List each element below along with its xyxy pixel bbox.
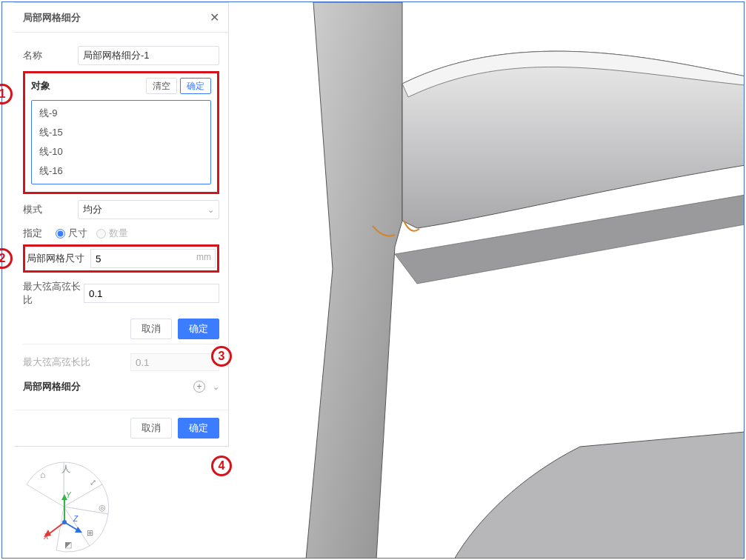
annotation-4: 4 (211, 456, 232, 476)
name-label: 名称 (23, 49, 78, 62)
chevron-down-icon[interactable]: ⌄ (213, 382, 219, 392)
clear-button[interactable]: 清空 (146, 78, 177, 94)
chevron-down-icon: ⌄ (207, 205, 214, 215)
name-row: 名称 (23, 46, 219, 65)
axis-z-label: Z (73, 515, 78, 523)
specify-row: 指定 尺寸 数量 (23, 227, 219, 240)
svg-point-13 (62, 520, 67, 524)
chord-row: 最大弦高弦长比 (23, 280, 219, 307)
sub-section-title: 局部网格细分 (23, 380, 81, 393)
axis-triad: Y X Z (44, 493, 96, 547)
chord-input[interactable] (84, 284, 219, 303)
object-list[interactable]: 线-9 线-15 线-10 线-16 (31, 100, 211, 184)
object-header: 对象 清空 确定 (31, 78, 211, 94)
axis-x-label: X (44, 533, 49, 541)
ok-button[interactable]: 确定 (178, 319, 219, 339)
mode-select[interactable]: 均分 ⌄ (78, 200, 219, 219)
outer-cancel-button[interactable]: 取消 (130, 418, 172, 439)
object-title: 对象 (31, 79, 50, 93)
sub-panel: 最大弦高弦长比 局部网格细分 + ⌄ (23, 344, 219, 398)
radio-count-label: 数量 (109, 227, 128, 240)
radio-count-input (96, 229, 106, 239)
cancel-button[interactable]: 取消 (130, 319, 172, 339)
annotation-3: 3 (211, 346, 232, 367)
local-size-highlight: 局部网格尺寸 mm (23, 244, 219, 273)
list-item[interactable]: 线-9 (32, 104, 210, 123)
outer-ok-button[interactable]: 确定 (178, 418, 219, 439)
app-window: 局部网格细分 ✕ 名称 对象 清空 确定 线-9 (1, 1, 745, 559)
dialog-buttons: 取消 确定 (23, 319, 219, 339)
ghost-chord-row: 最大弦高弦长比 (23, 349, 219, 376)
sub-section-row: 局部网格细分 + ⌄ (23, 376, 219, 398)
local-mesh-refine-panel: 局部网格细分 ✕ 名称 对象 清空 确定 线-9 (14, 2, 229, 447)
ghost-chord-label: 最大弦高弦长比 (23, 356, 90, 369)
radio-size-input[interactable] (56, 229, 65, 239)
bottom-buttons: 取消 确定 (14, 410, 228, 446)
svg-text:人: 人 (61, 464, 70, 474)
axis-y-label: Y (66, 491, 71, 499)
svg-text:⤢: ⤢ (90, 478, 96, 487)
chord-label: 最大弦高弦长比 (23, 280, 84, 307)
view-nav-wheel[interactable]: ⌂ 人 ⤢ ◎ ⊞ ◩ Y X Z (16, 459, 112, 555)
close-icon[interactable]: ✕ (210, 10, 219, 24)
object-section: 对象 清空 确定 线-9 线-15 线-10 线-16 (23, 71, 219, 194)
local-size-row: 局部网格尺寸 mm (27, 249, 216, 268)
specify-label: 指定 (23, 227, 47, 240)
mode-row: 模式 均分 ⌄ (23, 200, 219, 219)
name-input[interactable] (78, 46, 219, 65)
ghost-chord-input (130, 353, 219, 371)
panel-body: 名称 对象 清空 确定 线-9 线-15 线-10 线-16 (14, 33, 228, 405)
object-ok-button[interactable]: 确定 (180, 78, 211, 94)
svg-text:⌂: ⌂ (40, 470, 45, 480)
list-item[interactable]: 线-16 (32, 161, 210, 181)
radio-size-label: 尺寸 (68, 227, 87, 240)
panel-header: 局部网格细分 ✕ (14, 3, 228, 33)
list-item[interactable]: 线-15 (32, 123, 210, 142)
mode-value: 均分 (83, 203, 102, 216)
unit-label: mm (196, 252, 211, 262)
list-item[interactable]: 线-10 (32, 142, 210, 161)
local-size-label: 局部网格尺寸 (27, 252, 90, 265)
radio-count[interactable]: 数量 (96, 227, 128, 240)
svg-text:◎: ◎ (99, 503, 106, 512)
radio-size[interactable]: 尺寸 (56, 227, 87, 240)
mode-label: 模式 (23, 203, 78, 216)
add-icon[interactable]: + (193, 381, 205, 393)
panel-title: 局部网格细分 (23, 11, 81, 24)
